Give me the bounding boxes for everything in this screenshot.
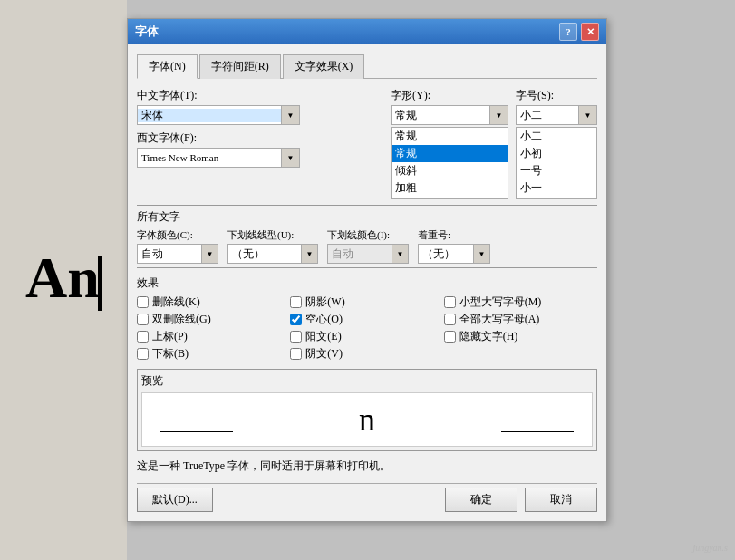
effects-title: 效果 — [137, 275, 597, 291]
font-size-list[interactable]: 小二 小初 一号 小一 二号 小二 — [516, 127, 597, 199]
font-style-arrow[interactable]: ▼ — [489, 106, 508, 124]
effects-grid: 删除线(K) 阴影(W) 小型大写字母(M) 双删除线(G) 空心(O) — [137, 294, 597, 362]
chinese-font-dropdown[interactable]: ▼ — [137, 105, 300, 125]
effect-double-strikethrough: 双删除线(G) — [137, 312, 290, 327]
effect-strikethrough: 删除线(K) — [137, 294, 290, 310]
effect-all-caps-label: 全部大写字母(A) — [459, 312, 540, 327]
western-font-arrow[interactable]: ▼ — [281, 149, 299, 167]
tab-spacing[interactable]: 字符间距(R) — [199, 54, 281, 79]
effect-shadow: 阴影(W) — [290, 294, 443, 310]
western-font-label: 西文字体(F): — [137, 130, 383, 146]
font-color-arrow[interactable]: ▼ — [201, 245, 218, 263]
effect-small-caps-label: 小型大写字母(M) — [459, 294, 542, 310]
help-button[interactable]: ? — [559, 23, 577, 41]
tab-text-effects[interactable]: 文字效果(X) — [283, 54, 365, 79]
font-dialog: 字体 ? ✕ 字体(N) 字符间距(R) 文字效果(X) 中文字体(T): ▼ — [127, 18, 607, 522]
size-item-5[interactable]: 二号 — [517, 197, 596, 199]
font-style-dropdown[interactable]: ▼ — [391, 105, 508, 125]
font-color-group: 字体颜色(C): 自动 ▼ — [137, 228, 218, 264]
chinese-font-input[interactable] — [138, 109, 281, 122]
western-font-dropdown[interactable]: ▼ — [137, 148, 300, 168]
font-size-dropdown[interactable]: ▼ — [516, 105, 597, 125]
underline-style-label: 下划线线型(U): — [227, 228, 318, 242]
chinese-font-arrow[interactable]: ▼ — [281, 106, 299, 124]
preview-box: n — [141, 392, 593, 447]
effect-hidden: 隐藏文字(H) — [444, 329, 597, 344]
default-button[interactable]: 默认(D)... — [137, 488, 213, 512]
font-fields-row: 中文字体(T): ▼ 西文字体(F): ▼ 字形(Y): — [137, 88, 597, 199]
style-item-italic[interactable]: 倾斜 — [392, 162, 508, 179]
all-text-section: 所有文字 字体颜色(C): 自动 ▼ 下划线线型(U): （无） ▼ — [137, 205, 597, 268]
style-item-regular2[interactable]: 常规 — [392, 145, 508, 162]
dialog-title: 字体 — [135, 24, 159, 40]
font-size-input[interactable] — [517, 109, 578, 122]
effect-small-caps-checkbox[interactable] — [444, 296, 456, 308]
font-style-input[interactable] — [392, 109, 489, 122]
font-color-dropdown[interactable]: 自动 ▼ — [137, 244, 218, 264]
emphasis-arrow[interactable]: ▼ — [473, 245, 489, 263]
font-style-label: 字形(Y): — [391, 88, 508, 103]
effect-outline-label: 空心(O) — [305, 312, 343, 327]
close-button[interactable]: ✕ — [581, 23, 599, 41]
emphasis-label: 着重号: — [418, 228, 490, 242]
size-item-1[interactable]: 小二 — [517, 128, 596, 145]
underline-color-group: 下划线颜色(I): 自动 ▼ — [327, 228, 409, 264]
effect-strikethrough-label: 删除线(K) — [152, 294, 200, 310]
title-controls: ? ✕ — [559, 23, 599, 41]
underline-color-dropdown[interactable]: 自动 ▼ — [327, 244, 409, 264]
western-font-group: 西文字体(F): ▼ — [137, 130, 383, 168]
effect-all-caps: 全部大写字母(A) — [444, 312, 597, 327]
effect-shadow-checkbox[interactable] — [290, 296, 302, 308]
effect-engrave-checkbox[interactable] — [290, 348, 302, 360]
effect-superscript: 上标(P) — [137, 329, 290, 344]
tab-font[interactable]: 字体(N) — [137, 54, 198, 79]
button-row: 默认(D)... 确定 取消 — [137, 483, 597, 512]
effect-outline-checkbox[interactable] — [290, 314, 302, 325]
preview-line-right — [501, 431, 574, 432]
effects-section: 效果 删除线(K) 阴影(W) 小型大写字母(M) 双删除线(G) — [137, 275, 597, 362]
underline-color-arrow[interactable]: ▼ — [392, 245, 408, 263]
font-size-label: 字号(S): — [516, 88, 597, 103]
effect-engrave: 阴文(V) — [290, 346, 443, 362]
size-item-3[interactable]: 一号 — [517, 162, 596, 179]
preview-section: 预览 n — [137, 369, 597, 451]
underline-style-arrow[interactable]: ▼ — [301, 245, 317, 263]
effect-outline: 空心(O) — [290, 312, 443, 327]
chinese-font-label: 中文字体(T): — [137, 88, 383, 103]
effect-emboss-checkbox[interactable] — [290, 331, 302, 343]
left-preview-area: An — [0, 0, 127, 560]
effect-all-caps-checkbox[interactable] — [444, 314, 456, 325]
underline-style-group: 下划线线型(U): （无） ▼ — [227, 228, 318, 264]
effect-double-strikethrough-checkbox[interactable] — [137, 314, 149, 325]
effect-subscript-checkbox[interactable] — [137, 348, 149, 360]
underline-style-dropdown[interactable]: （无） ▼ — [227, 244, 318, 264]
effect-strikethrough-checkbox[interactable] — [137, 296, 149, 308]
watermark: jungyan.s — [692, 543, 728, 553]
style-item-bold-italic[interactable]: 加粗 倾斜 — [392, 197, 508, 199]
style-item-bold[interactable]: 加粗 — [392, 179, 508, 197]
emphasis-value: （无） — [419, 246, 473, 262]
ok-button[interactable]: 确定 — [445, 488, 517, 512]
preview-title: 预览 — [141, 373, 593, 389]
font-size-arrow[interactable]: ▼ — [578, 106, 596, 124]
font-color-value: 自动 — [138, 246, 201, 262]
size-item-2[interactable]: 小初 — [517, 145, 596, 162]
cancel-button[interactable]: 取消 — [525, 488, 597, 512]
effect-shadow-label: 阴影(W) — [305, 294, 344, 310]
western-font-input[interactable] — [138, 152, 281, 163]
font-size-group: 字号(S): ▼ 小二 小初 一号 小一 二号 小二 — [516, 88, 597, 199]
font-style-list[interactable]: 常规 常规 倾斜 加粗 加粗 倾斜 — [391, 127, 508, 199]
emphasis-dropdown[interactable]: （无） ▼ — [418, 244, 490, 264]
preview-line-left — [160, 431, 233, 432]
effect-hidden-checkbox[interactable] — [444, 331, 456, 343]
preview-sample-text: An — [25, 249, 102, 311]
all-text-controls: 字体颜色(C): 自动 ▼ 下划线线型(U): （无） ▼ 下划线颜 — [137, 228, 597, 264]
underline-color-label: 下划线颜色(I): — [327, 228, 409, 242]
effect-emboss: 阳文(E) — [290, 329, 443, 344]
font-selectors: 中文字体(T): ▼ 西文字体(F): ▼ — [137, 88, 383, 168]
size-item-4[interactable]: 小一 — [517, 179, 596, 197]
underline-style-value: （无） — [228, 246, 301, 262]
effect-superscript-checkbox[interactable] — [137, 331, 149, 343]
style-item-regular1[interactable]: 常规 — [392, 128, 508, 145]
chinese-font-group: 中文字体(T): ▼ — [137, 88, 383, 125]
